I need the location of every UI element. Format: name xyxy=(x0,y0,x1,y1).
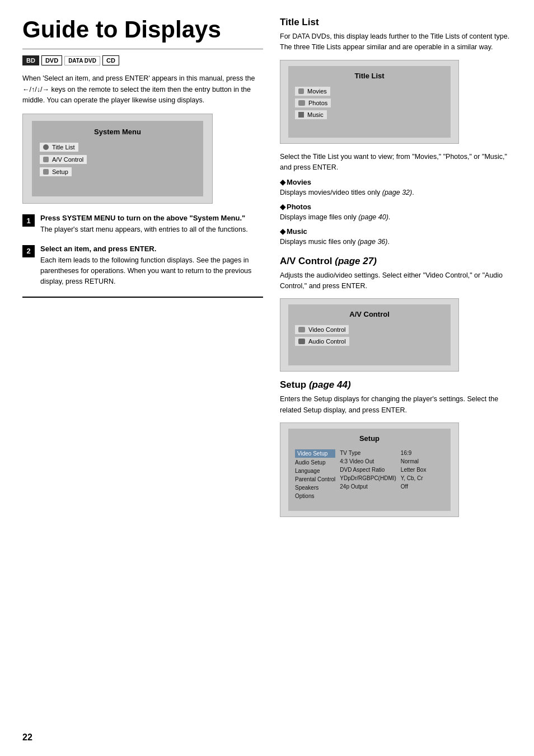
audio-control-icon xyxy=(298,339,305,344)
badge-cd: CD xyxy=(102,55,119,65)
setup-speakers: Speakers xyxy=(295,484,335,491)
step-1: 1 Press SYSTEM MENU to turn on the above… xyxy=(22,214,263,235)
setup-left-col: Video Setup Audio Setup Language Parenta… xyxy=(295,449,335,500)
system-menu-title: System Menu xyxy=(40,128,195,136)
system-menu-screen: System Menu Title List A/V Control Setup xyxy=(22,114,213,204)
title-list-select-text: Select the Title List you want to view; … xyxy=(280,152,512,173)
right-column: Title List For DATA DVDs, this display l… xyxy=(280,17,512,525)
step-1-heading: Press SYSTEM MENU to turn on the above "… xyxy=(40,214,248,222)
page-number: 22 xyxy=(22,732,32,743)
title-list-heading: Title List xyxy=(280,17,512,28)
setup-ydpdr: YDpDr/RGBPC(HDMI) xyxy=(340,475,396,482)
av-control-icon xyxy=(43,157,49,162)
setup-letterbox: Letter Box xyxy=(401,466,427,473)
photos-icon xyxy=(298,100,305,106)
setup-icon xyxy=(43,169,49,175)
setup-screen: Setup Video Setup Audio Setup Language P… xyxy=(280,422,459,517)
badge-bd: BD xyxy=(22,55,39,65)
setup-43-video: 4:3 Video Out xyxy=(340,458,396,465)
music-body: Displays music files only (page 36). xyxy=(280,237,512,247)
tl-movies-item: Movies xyxy=(295,87,330,96)
setup-options: Options xyxy=(295,492,335,500)
title-list-screen: Title List Movies Photos Music xyxy=(280,60,459,144)
setup-video-setup: Video Setup xyxy=(295,449,335,458)
page-title: Guide to Displays xyxy=(22,17,263,50)
av-control-heading: A/V Control (page 27) xyxy=(280,256,512,267)
photos-subheading: Photos xyxy=(280,203,512,211)
setup-parental: Parental Control xyxy=(295,476,335,483)
step-1-body: The player's start menu appears, with en… xyxy=(40,224,248,235)
photos-body: Displays image files only (page 40). xyxy=(280,212,512,223)
badge-row: BD DVD DATA DVD CD xyxy=(22,55,263,65)
video-control-icon xyxy=(298,327,305,332)
step-2-num: 2 xyxy=(22,245,35,257)
step-2-body: Each item leads to the following functio… xyxy=(40,255,263,288)
setup-dvd-aspect: DVD Aspect Ratio xyxy=(340,466,396,473)
setup-off: Off xyxy=(401,483,427,490)
intro-text: When 'Select an item, and press ENTER' a… xyxy=(22,73,263,106)
setup-heading: Setup (page 44) xyxy=(280,379,512,391)
title-list-body: For DATA DVDs, this display leads furthe… xyxy=(280,31,512,53)
title-list-screen-title: Title List xyxy=(295,72,444,80)
tl-photos-item: Photos xyxy=(295,98,331,107)
music-subheading: Music xyxy=(280,227,512,236)
movies-subheading: Movies xyxy=(280,178,512,186)
step-2: 2 Select an item, and press ENTER. Each … xyxy=(22,245,263,288)
left-column: Guide to Displays BD DVD DATA DVD CD Whe… xyxy=(22,17,263,525)
tl-music-item: Music xyxy=(295,110,327,119)
setup-audio-setup: Audio Setup xyxy=(295,459,335,466)
step-1-num: 1 xyxy=(22,214,35,227)
setup-right-col: 16:9 Normal Letter Box Y, Cb, Cr Off xyxy=(401,449,427,500)
setup-screen-title: Setup xyxy=(295,434,444,443)
setup-tv-type: TV Type xyxy=(340,449,396,457)
badge-dvd: DVD xyxy=(41,55,62,65)
av-control-body: Adjusts the audio/video settings. Select… xyxy=(280,270,512,292)
movies-icon xyxy=(298,88,304,94)
setup-body: Enters the Setup displays for changing t… xyxy=(280,394,512,416)
page: Guide to Displays BD DVD DATA DVD CD Whe… xyxy=(0,0,534,756)
menu-item-av-control: A/V Control xyxy=(40,155,87,164)
menu-item-title-list: Title List xyxy=(40,143,78,152)
setup-169: 16:9 xyxy=(401,449,427,457)
setup-24p: 24p Output xyxy=(340,483,396,490)
setup-y-cb-cr: Y, Cb, Cr xyxy=(401,475,427,482)
menu-item-setup: Setup xyxy=(40,167,72,176)
av-screen-title: A/V Control xyxy=(295,310,444,318)
setup-page-ref: (page 44) xyxy=(309,379,351,390)
av-audio-item: Audio Control xyxy=(295,337,349,346)
title-list-icon xyxy=(43,144,49,150)
music-icon xyxy=(298,112,304,118)
setup-mid-col: TV Type 4:3 Video Out DVD Aspect Ratio Y… xyxy=(340,449,396,500)
divider xyxy=(22,297,263,298)
setup-language: Language xyxy=(295,467,335,475)
movies-body: Displays movies/video titles only (page … xyxy=(280,187,512,198)
badge-datadvd: DATA DVD xyxy=(64,56,100,65)
av-control-page-ref: (page 27) xyxy=(335,256,377,266)
step-2-heading: Select an item, and press ENTER. xyxy=(40,245,263,253)
av-video-item: Video Control xyxy=(295,325,349,334)
av-control-screen: A/V Control Video Control Audio Control xyxy=(280,298,459,372)
setup-normal: Normal xyxy=(401,458,427,465)
